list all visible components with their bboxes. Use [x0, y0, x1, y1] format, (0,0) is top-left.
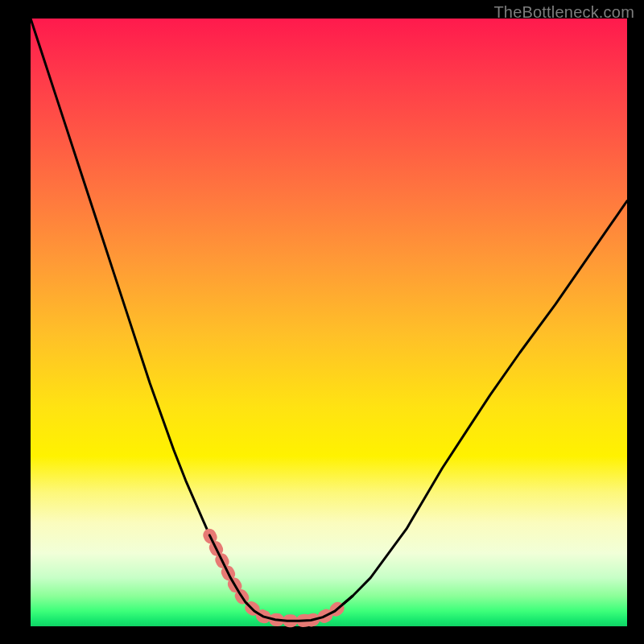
- plot-area: [31, 19, 627, 626]
- watermark-text: TheBottleneck.com: [493, 3, 634, 22]
- black-curve-path: [31, 19, 627, 621]
- bottleneck-curve: [31, 19, 627, 626]
- chart-frame: TheBottleneck.com: [0, 0, 644, 644]
